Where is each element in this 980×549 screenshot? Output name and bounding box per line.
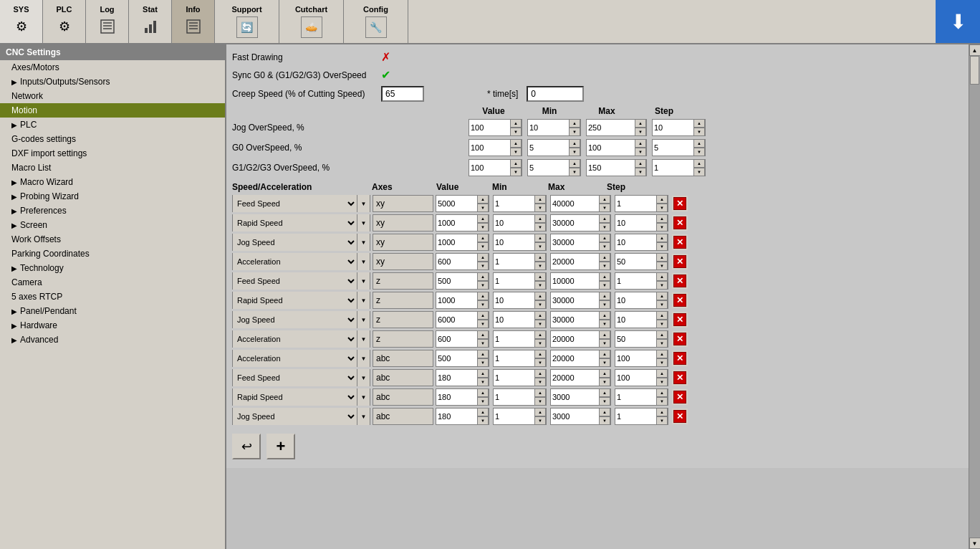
row-value-input-3[interactable]	[436, 254, 477, 269]
row-max-up-1[interactable]: ▲	[599, 214, 610, 223]
row-max-up-8[interactable]: ▲	[599, 350, 610, 358]
spin-down-2[interactable]: ▼	[510, 168, 522, 176]
overspeed-value-1[interactable]: ▲ ▼	[469, 139, 522, 156]
row-step-down-6[interactable]: ▼	[656, 320, 668, 328]
row-step-10[interactable]: ▲ ▼	[615, 388, 668, 406]
row-max-up-9[interactable]: ▲	[599, 369, 610, 378]
row-min-down-9[interactable]: ▼	[534, 378, 546, 386]
row-max-2[interactable]: ▲ ▼	[550, 234, 611, 251]
row-max-7[interactable]: ▲ ▼	[550, 330, 611, 348]
row-max-down-4[interactable]: ▼	[599, 281, 610, 290]
sidebar-item-axes[interactable]: Axes/Motors	[0, 60, 225, 75]
row-min-up-3[interactable]: ▲	[534, 253, 546, 262]
row-step-2[interactable]: ▲ ▼	[615, 234, 668, 251]
row-step-9[interactable]: ▲ ▼	[615, 369, 668, 386]
row-value-input-5[interactable]	[436, 292, 477, 308]
row-step-6[interactable]: ▲ ▼	[615, 311, 668, 328]
row-min-down-6[interactable]: ▼	[534, 320, 546, 328]
row-max-8[interactable]: ▲ ▼	[550, 350, 611, 367]
spin-up-2[interactable]: ▲	[510, 159, 522, 168]
row-val-down-11[interactable]: ▼	[477, 416, 489, 425]
row-step-down-0[interactable]: ▼	[656, 204, 668, 212]
row-min-2[interactable]: ▲ ▼	[493, 234, 547, 251]
sidebar-item-inputs[interactable]: ▶ Inputs/Outputs/Sensors	[0, 75, 225, 89]
row-min-down-0[interactable]: ▼	[534, 204, 546, 212]
dropdown-arrow-0[interactable]: ▼	[357, 195, 370, 212]
row-min-up-4[interactable]: ▲	[534, 272, 546, 281]
delete-row-button-5[interactable]: ✕	[672, 292, 688, 308]
row-max-input-4[interactable]	[551, 273, 599, 289]
row-max-up-0[interactable]: ▲	[599, 195, 610, 204]
row-type-select-4[interactable]: Feed Speed	[233, 272, 357, 290]
spin-max-down-2[interactable]: ▼	[635, 168, 646, 176]
row-max-up-4[interactable]: ▲	[599, 272, 610, 281]
sidebar-item-advanced[interactable]: ▶ Advanced	[0, 333, 225, 347]
row-step-up-8[interactable]: ▲	[656, 350, 668, 358]
row-max-up-3[interactable]: ▲	[599, 253, 610, 262]
row-max-6[interactable]: ▲ ▼	[550, 311, 611, 328]
delete-row-button-10[interactable]: ✕	[672, 389, 688, 405]
row-min-up-5[interactable]: ▲	[534, 292, 546, 300]
spin-max-down-1[interactable]: ▼	[635, 148, 646, 156]
download-button[interactable]: ⬇	[936, 0, 980, 43]
row-min-4[interactable]: ▲ ▼	[493, 272, 547, 290]
row-val-down-2[interactable]: ▼	[477, 242, 489, 251]
overspeed-value-2[interactable]: ▲ ▼	[469, 159, 522, 176]
sidebar-item-gcodes[interactable]: G-codes settings	[0, 132, 225, 146]
row-step-up-10[interactable]: ▲	[656, 388, 668, 397]
row-step-up-4[interactable]: ▲	[656, 272, 668, 281]
row-min-6[interactable]: ▲ ▼	[493, 311, 547, 328]
spin-min-up-2[interactable]: ▲	[569, 159, 580, 168]
delete-row-button-1[interactable]: ✕	[672, 215, 688, 231]
row-step-down-9[interactable]: ▼	[656, 378, 668, 386]
creep-speed-input[interactable]	[381, 86, 424, 102]
row-step-7[interactable]: ▲ ▼	[615, 330, 668, 348]
row-type-dropdown-2[interactable]: Jog Speed ▼	[232, 234, 370, 251]
row-step-input-0[interactable]	[615, 196, 656, 211]
row-max-down-2[interactable]: ▼	[599, 242, 610, 251]
row-max-up-5[interactable]: ▲	[599, 292, 610, 300]
row-value-3[interactable]: ▲ ▼	[436, 253, 489, 270]
undo-button[interactable]: ↩	[232, 434, 261, 459]
row-value-8[interactable]: ▲ ▼	[436, 350, 489, 367]
row-type-select-6[interactable]: Jog Speed	[233, 311, 357, 328]
row-min-up-1[interactable]: ▲	[534, 214, 546, 223]
row-step-4[interactable]: ▲ ▼	[615, 272, 668, 290]
row-max-down-3[interactable]: ▼	[599, 262, 610, 270]
row-min-up-9[interactable]: ▲	[534, 369, 546, 378]
row-val-up-10[interactable]: ▲	[477, 388, 489, 397]
row-val-up-4[interactable]: ▲	[477, 272, 489, 281]
row-step-1[interactable]: ▲ ▼	[615, 214, 668, 231]
row-val-down-0[interactable]: ▼	[477, 204, 489, 212]
dropdown-arrow-5[interactable]: ▼	[357, 292, 370, 309]
row-val-down-4[interactable]: ▼	[477, 281, 489, 290]
row-min-down-5[interactable]: ▼	[534, 300, 546, 309]
row-step-down-4[interactable]: ▼	[656, 281, 668, 290]
row-val-down-7[interactable]: ▼	[477, 339, 489, 348]
row-type-select-5[interactable]: Rapid Speed	[233, 292, 357, 309]
row-step-11[interactable]: ▲ ▼	[615, 408, 668, 425]
row-min-1[interactable]: ▲ ▼	[493, 214, 547, 231]
row-type-dropdown-7[interactable]: Acceleration ▼	[232, 330, 370, 348]
sidebar-item-macro[interactable]: Macro List	[0, 161, 225, 175]
toolbar-info[interactable]: Info	[172, 0, 215, 43]
spin-max-down-0[interactable]: ▼	[635, 128, 646, 136]
row-type-select-9[interactable]: Feed Speed	[233, 369, 357, 386]
row-value-9[interactable]: ▲ ▼	[436, 369, 489, 386]
row-type-select-10[interactable]: Rapid Speed	[233, 388, 357, 406]
row-step-up-1[interactable]: ▲	[656, 214, 668, 223]
toolbar-stat[interactable]: Stat	[129, 0, 172, 43]
row-value-input-6[interactable]	[436, 312, 477, 328]
overspeed-step-0[interactable]: ▲ ▼	[652, 119, 706, 136]
row-step-down-2[interactable]: ▼	[656, 242, 668, 251]
dropdown-arrow-9[interactable]: ▼	[357, 369, 370, 386]
time-input[interactable]	[527, 86, 584, 102]
row-step-up-11[interactable]: ▲	[656, 408, 668, 416]
scroll-down-button[interactable]: ▼	[969, 538, 981, 549]
row-min-up-8[interactable]: ▲	[534, 350, 546, 358]
sidebar-item-parking[interactable]: Parking Coordinates	[0, 247, 225, 261]
delete-row-button-11[interactable]: ✕	[672, 409, 688, 424]
row-step-up-0[interactable]: ▲	[656, 195, 668, 204]
overspeed-step-1[interactable]: ▲ ▼	[652, 139, 706, 156]
row-min-input-3[interactable]	[494, 254, 534, 269]
